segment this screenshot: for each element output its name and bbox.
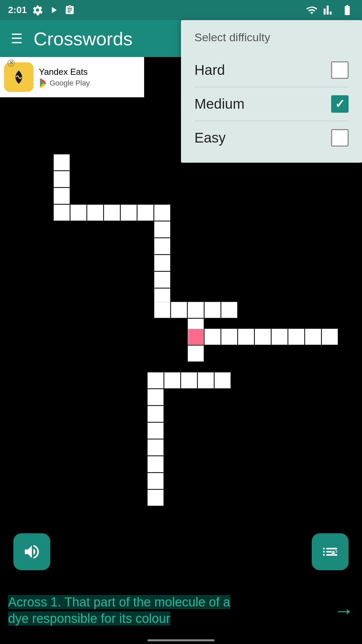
cell[interactable] bbox=[154, 238, 170, 254]
ad-text-block: Yandex Eats Google Play bbox=[39, 67, 90, 88]
cell[interactable] bbox=[147, 372, 164, 388]
grid-label-7: 7 bbox=[53, 148, 56, 153]
cell[interactable] bbox=[255, 329, 271, 345]
cell[interactable] bbox=[171, 302, 187, 318]
difficulty-medium-label: Medium bbox=[194, 96, 244, 112]
status-time: 2:01 bbox=[8, 5, 27, 15]
ad-store-name: Google Play bbox=[50, 79, 90, 88]
cell[interactable] bbox=[322, 329, 338, 345]
cell-pink[interactable] bbox=[188, 329, 204, 345]
next-clue-button[interactable]: → bbox=[334, 599, 354, 622]
cell[interactable] bbox=[221, 302, 237, 318]
divider bbox=[194, 121, 349, 121]
grid-label-6: 6 bbox=[38, 204, 40, 209]
cell[interactable] bbox=[221, 329, 237, 345]
cell[interactable] bbox=[188, 302, 204, 318]
app-title: Crosswords bbox=[34, 28, 133, 50]
cell[interactable] bbox=[181, 372, 197, 388]
yandex-eats-icon bbox=[9, 67, 29, 87]
cell[interactable] bbox=[87, 205, 103, 221]
difficulty-easy-checkbox[interactable] bbox=[331, 129, 349, 147]
cell[interactable] bbox=[147, 473, 164, 489]
cell[interactable] bbox=[204, 329, 221, 345]
cell[interactable] bbox=[154, 272, 170, 288]
cell[interactable] bbox=[54, 188, 70, 204]
cell[interactable] bbox=[215, 372, 231, 388]
list-check-button[interactable] bbox=[312, 533, 349, 570]
difficulty-hard-label: Hard bbox=[194, 62, 225, 78]
sound-icon bbox=[22, 542, 41, 561]
difficulty-hard-option[interactable]: Hard bbox=[194, 56, 349, 84]
play-store-logo: Google Play bbox=[39, 78, 90, 88]
cell[interactable] bbox=[198, 372, 214, 388]
ad-store-info: Google Play bbox=[39, 78, 90, 88]
sound-button[interactable] bbox=[13, 533, 50, 570]
cell[interactable] bbox=[288, 329, 304, 345]
cell[interactable] bbox=[70, 205, 86, 221]
cell[interactable] bbox=[238, 329, 254, 345]
difficulty-medium-option[interactable]: Medium bbox=[194, 90, 349, 118]
clipboard-icon bbox=[64, 5, 75, 15]
grid-label-1a: 1 bbox=[184, 282, 186, 288]
cell[interactable] bbox=[154, 221, 170, 237]
cell[interactable] bbox=[147, 389, 164, 405]
cell[interactable] bbox=[305, 329, 321, 345]
ad-app-name: Yandex Eats bbox=[39, 67, 90, 77]
settings-icon bbox=[32, 5, 43, 15]
ad-banner: ⓘ × Yandex Eats Google Play bbox=[0, 57, 144, 97]
cell[interactable] bbox=[54, 154, 70, 170]
wifi-icon bbox=[306, 4, 318, 16]
grid-label-3: 3 bbox=[157, 191, 160, 197]
play-icon bbox=[48, 5, 59, 15]
cell[interactable] bbox=[147, 423, 164, 439]
grid-label-5: 5 bbox=[261, 352, 263, 358]
difficulty-easy-label: Easy bbox=[194, 130, 226, 146]
grid-label-1b: 1 bbox=[170, 323, 173, 328]
cell[interactable] bbox=[121, 205, 137, 221]
ad-close-button[interactable]: × bbox=[9, 58, 14, 67]
signal-icon bbox=[323, 4, 335, 16]
dropdown-title: Select difficulty bbox=[194, 31, 349, 44]
grid-label-2: 2 bbox=[143, 296, 146, 301]
cell[interactable] bbox=[154, 302, 170, 318]
clue-highlight: That part of the mo bbox=[64, 595, 172, 609]
divider bbox=[194, 87, 349, 87]
difficulty-easy-option[interactable]: Easy bbox=[194, 124, 349, 152]
scroll-indicator bbox=[147, 639, 215, 641]
status-left: 2:01 bbox=[8, 5, 75, 15]
cell[interactable] bbox=[54, 205, 70, 221]
cell[interactable] bbox=[147, 456, 164, 472]
clue-prefix: Across 1. bbox=[8, 595, 64, 609]
cell[interactable] bbox=[147, 490, 164, 506]
cell[interactable] bbox=[54, 171, 70, 187]
cell[interactable] bbox=[137, 205, 154, 221]
grid-label-3b: 3 bbox=[131, 366, 134, 371]
cell[interactable] bbox=[204, 302, 221, 318]
cell[interactable] bbox=[164, 372, 180, 388]
difficulty-hard-checkbox[interactable] bbox=[331, 61, 349, 79]
list-check-icon bbox=[321, 542, 340, 561]
grid-label-4: 4 bbox=[144, 352, 147, 358]
difficulty-medium-checkbox[interactable] bbox=[331, 95, 349, 113]
cell[interactable] bbox=[154, 205, 170, 221]
cell[interactable] bbox=[147, 406, 164, 422]
status-bar: 2:01 bbox=[0, 0, 362, 20]
cell[interactable] bbox=[147, 439, 164, 455]
clue-bar: Across 1. That part of the molecule of a… bbox=[0, 577, 362, 644]
cell[interactable] bbox=[154, 255, 170, 271]
clue-text: Across 1. That part of the molecule of a… bbox=[8, 594, 334, 627]
status-right bbox=[306, 4, 354, 16]
cell[interactable] bbox=[272, 329, 288, 345]
cell[interactable] bbox=[188, 345, 204, 362]
cell[interactable] bbox=[104, 205, 120, 221]
hamburger-menu-button[interactable]: ☰ bbox=[11, 31, 23, 46]
battery-icon bbox=[341, 4, 354, 16]
difficulty-dropdown: Select difficulty Hard Medium Easy bbox=[181, 20, 362, 163]
